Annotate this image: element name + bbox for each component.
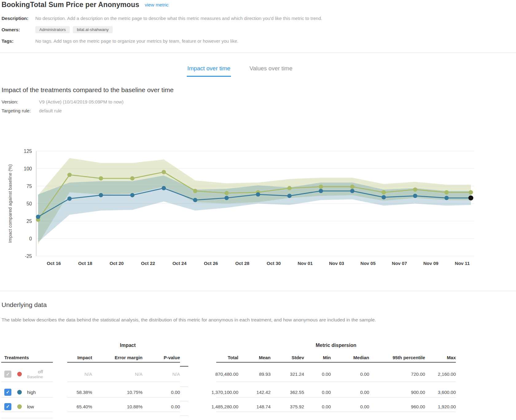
treatment-sublabel: Baseline <box>27 374 43 379</box>
treatment-checkbox-high[interactable]: ✓ <box>4 389 11 396</box>
data-point-low[interactable] <box>67 173 72 177</box>
x-axis-tick-label: Oct 20 <box>110 261 124 266</box>
cell-pad <box>180 382 188 387</box>
targeting-rule-value: default rule <box>39 108 62 113</box>
cell-pad <box>180 398 188 401</box>
column-header-95th-percentile: 95th percentile <box>369 353 425 363</box>
cell-95th-percentile: 900.00 <box>369 387 425 398</box>
data-point-low[interactable] <box>193 189 197 193</box>
cell-p-value: 0.00 <box>143 401 180 412</box>
data-point-low[interactable] <box>381 190 386 195</box>
data-point-low[interactable] <box>99 176 103 181</box>
data-point-low[interactable] <box>225 191 229 195</box>
data-point-high[interactable] <box>225 196 229 200</box>
tab-values-over-time[interactable]: Values over time <box>249 64 293 77</box>
cell-mean: 148.74 <box>238 401 271 412</box>
chart-tabs: Impact over timeValues over time <box>0 64 480 77</box>
cell-95th-percentile: 960.00 <box>369 401 425 412</box>
impact-over-time-chart[interactable]: 1251007550250-25Impact compared against … <box>0 134 516 269</box>
data-point-low[interactable] <box>444 190 449 195</box>
column-header-max: Max <box>425 353 456 363</box>
x-axis-tick-label: Nov 11 <box>455 261 470 266</box>
cell-median: 0.00 <box>331 387 369 398</box>
data-point-low[interactable] <box>350 185 354 189</box>
cell-min: 0.00 <box>304 367 331 382</box>
data-point-high[interactable] <box>413 194 417 198</box>
underlying-data-description: The table below describes the data behin… <box>2 317 462 323</box>
x-axis-tick-label: Oct 30 <box>267 261 281 266</box>
cell-median: 0.00 <box>331 367 369 382</box>
treatment-color-dot-off <box>17 372 22 376</box>
y-axis-title: Impact compared against baseline (%) <box>7 164 13 243</box>
tags-label: Tags: <box>2 37 35 44</box>
group-header-metric-dispersion: Metric dispersion <box>216 343 456 348</box>
data-point-high[interactable] <box>287 194 291 198</box>
column-header-median: Median <box>331 353 369 363</box>
x-axis-tick-label: Nov 03 <box>329 261 344 266</box>
cell-mean: 142.42 <box>238 387 271 398</box>
cell-95th-percentile: 720.00 <box>369 367 425 382</box>
data-point-high[interactable] <box>162 186 166 190</box>
cell-total: 1,370,100.00 <box>216 387 238 398</box>
data-point-low[interactable] <box>319 185 323 189</box>
treatment-label-low: low <box>27 404 34 409</box>
cell-impact: N/A <box>67 367 92 382</box>
treatment-checkbox-off[interactable]: ✓ <box>4 371 11 378</box>
y-axis-tick-label: -25 <box>25 254 32 259</box>
treatment-color-dot-high <box>17 390 22 395</box>
data-point-high[interactable] <box>67 196 72 201</box>
tab-impact-over-time[interactable]: Impact over time <box>187 64 231 77</box>
treatment-cell-off: ✓offBaseline <box>1 367 53 382</box>
data-point-high[interactable] <box>444 196 449 200</box>
table-row-off: ✓offBaselineN/AN/AN/A870,480.0089.93321.… <box>1 367 456 387</box>
y-axis-tick-label: 0 <box>29 236 32 241</box>
x-axis-tick-label: Nov 05 <box>361 261 376 266</box>
data-point-high[interactable] <box>381 195 386 199</box>
cell-error-margin: 10.88% <box>92 401 143 412</box>
data-point-high[interactable] <box>36 215 40 219</box>
data-point-low[interactable] <box>413 187 417 192</box>
header-divider <box>0 52 516 53</box>
column-header-treatments: Treatments <box>1 353 53 363</box>
data-point-high[interactable] <box>130 193 135 197</box>
cell-p-value: N/A <box>143 367 180 382</box>
column-header-error-margin: Error margin <box>92 353 143 363</box>
cell-min: 0.00 <box>304 387 331 398</box>
metric-impact-page: BookingTotal Sum Price per Anonymousview… <box>0 0 516 420</box>
data-point-low[interactable] <box>287 186 291 190</box>
impact-section-title: Impact of the treatments compared to the… <box>2 86 174 94</box>
treatment-cell-high: ✓high <box>1 387 53 398</box>
data-point-low[interactable] <box>469 190 473 195</box>
treatment-checkbox-low[interactable]: ✓ <box>4 403 11 410</box>
current-point-high[interactable] <box>468 196 473 200</box>
data-point-low[interactable] <box>162 170 166 174</box>
cell-error-margin: 10.75% <box>92 387 143 398</box>
version-label: Version: <box>2 99 39 104</box>
data-point-high[interactable] <box>193 198 197 202</box>
y-axis-tick-label: 50 <box>26 201 32 206</box>
targeting-rule-label: Targeting rule: <box>2 108 39 113</box>
cell-error-margin: N/A <box>92 367 143 382</box>
treatment-color-dot-low <box>17 404 22 409</box>
cell-max: 2,160.00 <box>425 367 456 382</box>
data-point-high[interactable] <box>256 192 260 196</box>
column-header-total: Total <box>216 353 238 363</box>
table-row-low: ✓low65.40%10.88%0.001,485,280.00148.7437… <box>1 401 456 416</box>
column-header-impact: Impact <box>67 353 92 363</box>
x-axis-tick-label: Nov 09 <box>423 261 438 266</box>
column-header-pad <box>180 363 188 367</box>
data-point-high[interactable] <box>99 193 103 197</box>
treatment-label-high: high <box>27 390 36 395</box>
column-header-min: Min <box>304 353 331 363</box>
treatment-cell-low: ✓low <box>1 401 53 412</box>
cell-pad <box>180 412 188 416</box>
cell-stdev: 362.55 <box>271 387 304 398</box>
data-point-high[interactable] <box>319 189 323 193</box>
group-header-impact: Impact <box>67 343 188 348</box>
data-point-low[interactable] <box>130 176 135 181</box>
view-metric-link[interactable]: view metric <box>145 2 169 8</box>
table-group-header-row: ImpactMetric dispersion <box>1 338 456 353</box>
cell-impact: 58.38% <box>67 387 92 398</box>
cell-median: 0.00 <box>331 401 369 412</box>
data-point-high[interactable] <box>350 189 354 193</box>
